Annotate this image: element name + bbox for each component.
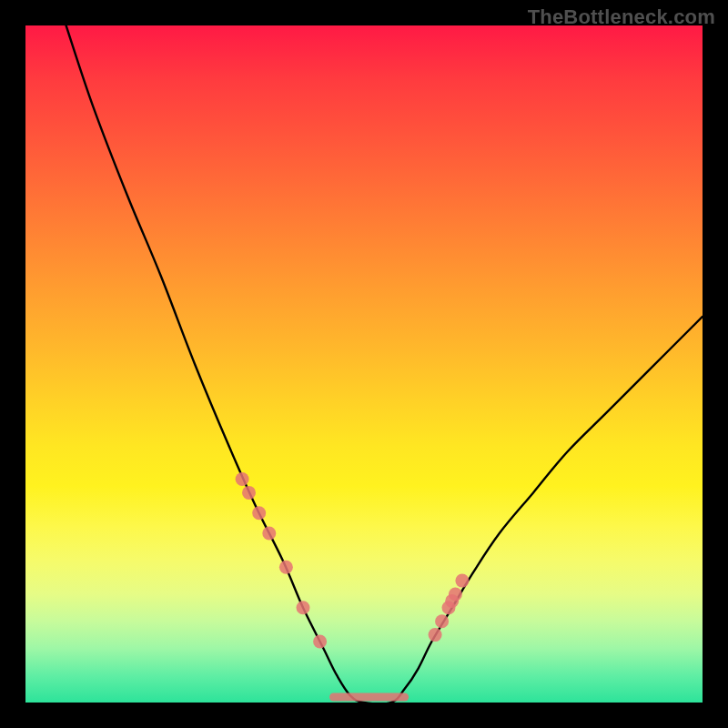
highlight-marker	[297, 601, 310, 614]
highlight-marker	[313, 635, 327, 649]
bottleneck-curve	[66, 25, 703, 703]
plot-area	[25, 25, 703, 703]
highlight-marker	[252, 506, 266, 520]
highlight-marker	[449, 588, 462, 602]
chart-stage: TheBottleneck.com	[0, 0, 728, 728]
highlight-marker	[429, 628, 442, 642]
highlight-marker	[262, 527, 276, 541]
highlight-marker	[455, 574, 469, 588]
highlight-marker	[435, 614, 449, 628]
highlight-marker	[242, 486, 256, 500]
curve-svg	[25, 25, 703, 703]
highlight-marker	[236, 472, 249, 486]
highlight-markers	[236, 472, 470, 649]
highlight-marker	[279, 561, 293, 574]
